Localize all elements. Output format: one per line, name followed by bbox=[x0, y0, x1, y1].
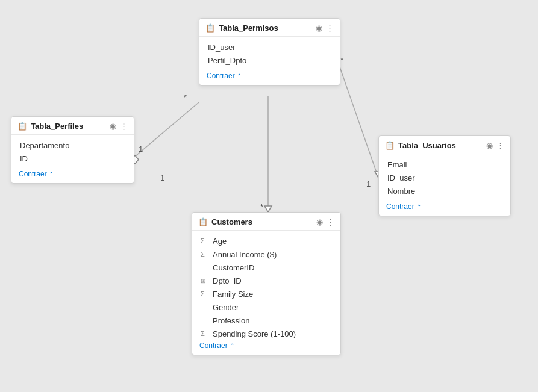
tabla-permisos-actions[interactable]: ◉ ⋮ bbox=[316, 23, 334, 33]
table-row: Gender bbox=[192, 300, 340, 314]
tabla-usuarios-header: 📋 Tabla_Usuarios ◉ ⋮ bbox=[379, 136, 510, 154]
sigma-icon: Σ bbox=[201, 250, 209, 258]
field-family-size: Family Size bbox=[213, 290, 253, 299]
field-email: Email bbox=[387, 160, 407, 169]
contraer-arrow: ⌃ bbox=[230, 343, 234, 349]
table-row: ⊞ Dpto_ID bbox=[192, 274, 340, 287]
field-nombre: Nombre bbox=[387, 187, 415, 196]
contraer-customers[interactable]: Contraer ⌃ bbox=[199, 341, 333, 350]
tabla-perfiles-body: Departamento ID bbox=[11, 135, 134, 167]
field-profession: Profession bbox=[213, 316, 249, 325]
table-row: ID bbox=[11, 152, 134, 165]
table-row: Σ Annual Income ($) bbox=[192, 247, 340, 261]
contraer-usuarios[interactable]: Contraer ⌃ bbox=[386, 202, 503, 211]
customers-title: Customers bbox=[211, 217, 313, 226]
field-age: Age bbox=[213, 237, 227, 246]
tabla-perfiles-title: Tabla_Perfiles bbox=[31, 122, 106, 131]
tabla-usuarios-footer: Contraer ⌃ bbox=[379, 200, 510, 216]
customers-footer: Contraer ⌃ bbox=[192, 339, 340, 355]
tabla-permisos-title: Tabla_Permisos bbox=[219, 23, 312, 33]
table-small-icon: ⊞ bbox=[201, 278, 209, 284]
table-row: ID_user bbox=[379, 171, 510, 184]
table-icon-usuarios: 📋 bbox=[385, 141, 395, 150]
tabla-usuarios-actions[interactable]: ◉ ⋮ bbox=[486, 141, 504, 150]
field-id-user: ID_user bbox=[387, 173, 415, 182]
field-departamento: Departamento bbox=[20, 141, 69, 150]
table-row: CustomerID bbox=[192, 261, 340, 274]
rel-label-1c: 1 bbox=[366, 179, 371, 188]
tabla-permisos-card: 📋 Tabla_Permisos ◉ ⋮ ID_user Perfil_Dpto… bbox=[199, 18, 340, 86]
table-row: Perfil_Dpto bbox=[199, 54, 340, 67]
field-id-user: ID_user bbox=[208, 43, 236, 52]
contraer-arrow: ⌃ bbox=[237, 73, 242, 79]
sigma-icon: Σ bbox=[201, 330, 209, 337]
more-icon-perfiles[interactable]: ⋮ bbox=[120, 122, 128, 131]
field-dpto-id: Dpto_ID bbox=[213, 276, 242, 285]
tabla-perfiles-header: 📋 Tabla_Perfiles ◉ ⋮ bbox=[11, 117, 134, 135]
rel-label-star2: * bbox=[260, 202, 263, 211]
tabla-usuarios-card: 📋 Tabla_Usuarios ◉ ⋮ Email ID_user Nombr… bbox=[378, 135, 511, 216]
field-gender: Gender bbox=[213, 303, 239, 312]
table-row: Σ Spending Score (1-100) bbox=[192, 327, 340, 339]
more-icon-permisos[interactable]: ⋮ bbox=[326, 23, 334, 33]
rel-label-star3: * bbox=[340, 55, 343, 64]
table-icon-permisos: 📋 bbox=[205, 23, 215, 33]
table-row: Email bbox=[379, 158, 510, 171]
field-annual-income: Annual Income ($) bbox=[213, 250, 277, 259]
sigma-icon: Σ bbox=[201, 290, 209, 297]
table-row: Σ Family Size bbox=[192, 287, 340, 300]
tabla-usuarios-title: Tabla_Usuarios bbox=[398, 141, 483, 150]
sigma-icon: Σ bbox=[201, 237, 209, 244]
tabla-permisos-footer: Contraer ⌃ bbox=[199, 69, 340, 85]
tabla-perfiles-actions[interactable]: ◉ ⋮ bbox=[110, 122, 128, 131]
contraer-arrow: ⌃ bbox=[49, 171, 54, 178]
rel-label-1: 1 bbox=[139, 145, 143, 154]
table-row: Profession bbox=[192, 314, 340, 327]
eye-icon-usuarios[interactable]: ◉ bbox=[486, 141, 493, 150]
customers-header: 📋 Customers ◉ ⋮ bbox=[192, 213, 340, 231]
table-row: Σ Age bbox=[192, 234, 340, 247]
tabla-usuarios-body: Email ID_user Nombre bbox=[379, 154, 510, 200]
tabla-permisos-body: ID_user Perfil_Dpto bbox=[199, 37, 340, 69]
contraer-arrow: ⌃ bbox=[416, 204, 421, 210]
field-id: ID bbox=[20, 154, 28, 163]
svg-line-4 bbox=[337, 60, 378, 178]
more-icon-usuarios[interactable]: ⋮ bbox=[496, 141, 504, 150]
contraer-permisos[interactable]: Contraer ⌃ bbox=[207, 72, 333, 80]
eye-icon-customers[interactable]: ◉ bbox=[316, 217, 323, 226]
field-perfil-dpto: Perfil_Dpto bbox=[208, 56, 246, 65]
field-customer-id: CustomerID bbox=[213, 263, 254, 272]
table-row: Departamento bbox=[11, 138, 134, 152]
customers-actions[interactable]: ◉ ⋮ bbox=[316, 217, 334, 226]
field-spending-score: Spending Score (1-100) bbox=[213, 329, 296, 338]
table-icon-customers: 📋 bbox=[198, 217, 208, 226]
table-row: ID_user bbox=[199, 40, 340, 54]
customers-card: 📋 Customers ◉ ⋮ Σ Age Σ Annual Income ($… bbox=[192, 212, 341, 355]
more-icon-customers[interactable]: ⋮ bbox=[327, 217, 334, 226]
tabla-perfiles-footer: Contraer ⌃ bbox=[11, 167, 134, 183]
table-icon-perfiles: 📋 bbox=[17, 122, 27, 131]
tabla-perfiles-card: 📋 Tabla_Perfiles ◉ ⋮ Departamento ID Con… bbox=[11, 116, 134, 184]
rel-label-star1: * bbox=[184, 93, 187, 102]
svg-marker-3 bbox=[264, 206, 272, 212]
eye-icon-perfiles[interactable]: ◉ bbox=[110, 122, 116, 131]
contraer-perfiles[interactable]: Contraer ⌃ bbox=[19, 170, 127, 178]
customers-body: Σ Age Σ Annual Income ($) CustomerID ⊞ D… bbox=[192, 231, 340, 339]
eye-icon-permisos[interactable]: ◉ bbox=[316, 23, 322, 33]
rel-label-1b: 1 bbox=[160, 173, 164, 182]
table-row: Nombre bbox=[379, 184, 510, 198]
tabla-permisos-header: 📋 Tabla_Permisos ◉ ⋮ bbox=[199, 19, 340, 37]
